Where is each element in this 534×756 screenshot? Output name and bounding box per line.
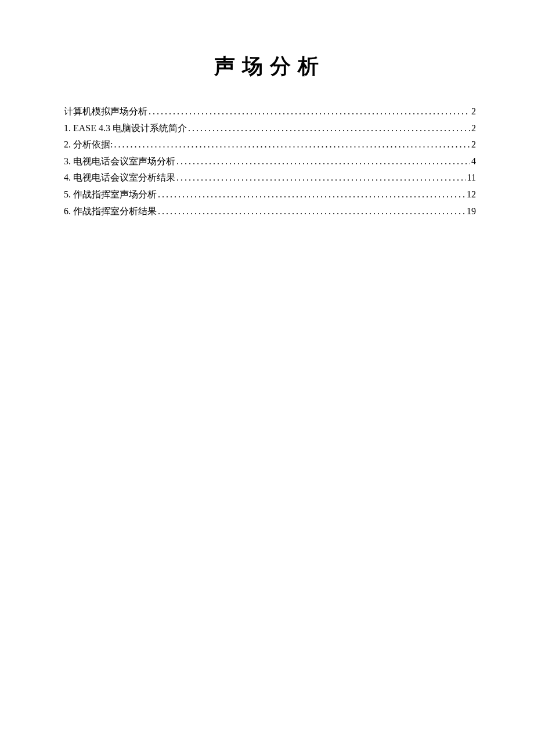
page-title: 声场分析 — [64, 52, 476, 81]
toc-entry-page: 2 — [471, 121, 476, 136]
toc-dots — [158, 187, 466, 202]
toc-entry-label: 3. 电视电话会议室声场分析 — [64, 154, 175, 169]
toc-dots — [158, 204, 466, 219]
toc-entry-label: 1. EASE 4.3 电脑设计系统简介 — [64, 121, 187, 136]
toc-entry-label: 计算机模拟声场分析 — [64, 104, 147, 119]
toc-entry[interactable]: 3. 电视电话会议室声场分析 4 — [64, 154, 476, 169]
toc-entry-page: 2 — [471, 104, 476, 119]
toc-entry[interactable]: 计算机模拟声场分析 2 — [64, 104, 476, 119]
toc-entry[interactable]: 6. 作战指挥室分析结果 19 — [64, 204, 476, 219]
toc-entry-label: 5. 作战指挥室声场分析 — [64, 187, 157, 202]
toc-dots — [149, 104, 470, 119]
toc-entry-page: 11 — [467, 170, 476, 185]
toc-entry[interactable]: 1. EASE 4.3 电脑设计系统简介 2 — [64, 121, 476, 136]
toc-entry-label: 6. 作战指挥室分析结果 — [64, 204, 157, 219]
table-of-contents: 计算机模拟声场分析 2 1. EASE 4.3 电脑设计系统简介 2 2. 分析… — [64, 104, 476, 218]
toc-entry-page: 2 — [471, 137, 476, 152]
toc-entry-label: 4. 电视电话会议室分析结果 — [64, 170, 175, 185]
toc-entry-label: 2. 分析依据: — [64, 137, 113, 152]
toc-entry[interactable]: 5. 作战指挥室声场分析 12 — [64, 187, 476, 202]
toc-dots — [176, 154, 470, 169]
toc-entry[interactable]: 2. 分析依据: 2 — [64, 137, 476, 152]
toc-dots — [188, 121, 470, 136]
toc-entry-page: 19 — [467, 204, 476, 219]
toc-entry-page: 12 — [467, 187, 476, 202]
toc-dots — [114, 137, 470, 152]
toc-entry[interactable]: 4. 电视电话会议室分析结果 11 — [64, 170, 476, 185]
toc-dots — [176, 170, 466, 185]
toc-entry-page: 4 — [471, 154, 476, 169]
